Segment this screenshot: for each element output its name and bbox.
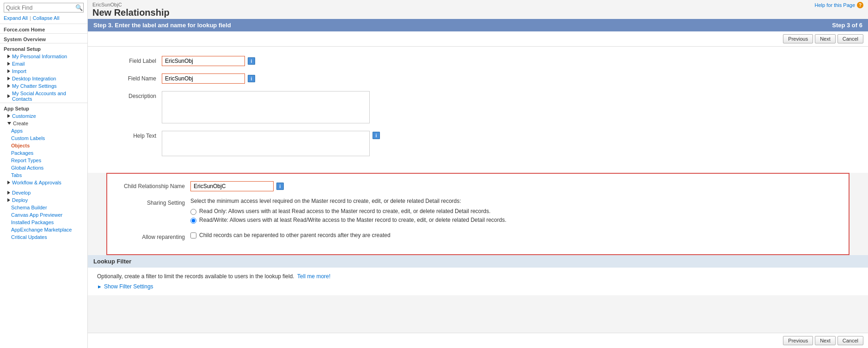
arrow-icon [7,94,10,98]
sidebar-item-apps[interactable]: Apps [0,127,87,134]
allow-reparenting-checkbox[interactable] [190,232,196,238]
sharing-readwrite-option[interactable]: Read/Write: Allows users with at least R… [190,217,839,224]
description-label-text: Description [106,91,162,99]
bottom-cancel-button[interactable]: Cancel [837,336,863,345]
chevron-right-icon: ► [97,284,102,289]
help-text-label: Help Text [106,131,162,139]
field-name-text: Field Name [106,73,162,82]
sharing-readonly-label: Read Only: Allows users with at least Re… [199,208,490,214]
expand-collapse-bar: Expand All | Collapse All [0,15,87,24]
field-label-text: Field Label [106,56,162,64]
sidebar-item-packages[interactable]: Packages [0,149,87,157]
sidebar-item-schema-builder[interactable]: Schema Builder [0,204,87,211]
sidebar-item-tabs[interactable]: Tabs [0,171,87,179]
sidebar-item-email[interactable]: Email [0,60,87,67]
child-rel-name-row: Child Relationship Name i [116,181,839,191]
sidebar-section-personal: Personal Setup [0,43,87,53]
sidebar-item-installed-packages[interactable]: Installed Packages [0,219,87,226]
allow-reparenting-label: Allow reparenting [116,232,190,240]
field-label-control: i [162,56,255,66]
sidebar-item-critical-updates[interactable]: Critical Updates [0,233,87,241]
child-rel-name-input[interactable] [190,181,274,191]
sidebar-item-appexchange[interactable]: AppExchange Marketplace [0,226,87,233]
sidebar-item-create[interactable]: Create [0,120,87,127]
sidebar-item-import[interactable]: Import [0,67,87,75]
lookup-filter-title: Lookup Filter [93,258,131,265]
sidebar-item-social-accounts[interactable]: My Social Accounts and Contacts [0,90,87,103]
search-input[interactable] [6,5,75,11]
field-name-info-icon[interactable]: i [248,75,255,82]
sidebar-item-canvas-app[interactable]: Canvas App Previewer [0,211,87,219]
bottom-button-bar: Previous Next Cancel [88,333,868,348]
sidebar-item-global-actions[interactable]: Global Actions [0,164,87,171]
sharing-desc-text: Select the minimum access level required… [190,198,839,204]
field-label-row: Field Label i [106,56,850,66]
sharing-setting-row: Sharing Setting Select the minimum acces… [116,198,839,226]
top-next-button[interactable]: Next [815,34,836,43]
allow-reparenting-content: Child records can be reparented to other… [190,232,839,238]
collapse-all-link[interactable]: Collapse All [33,15,59,21]
form-area: Field Label i Field Name i Description H… [88,47,868,173]
sidebar-item-desktop-integration[interactable]: Desktop Integration [0,75,87,82]
help-text-row: Help Text i [106,131,850,156]
arrow-icon [7,69,10,73]
sharing-readonly-radio[interactable] [190,209,196,215]
sharing-readwrite-label: Read/Write: Allows users with at least R… [199,217,507,223]
show-filter-settings-link[interactable]: ► Show Filter Settings [97,283,859,290]
field-name-control: i [162,73,255,84]
arrow-icon [7,84,10,88]
arrow-icon [7,181,10,184]
sharing-readwrite-radio[interactable] [190,218,196,224]
arrow-icon [7,191,10,195]
tell-me-more-link[interactable]: Tell me more! [297,273,330,280]
arrow-icon [7,198,10,202]
search-icon: 🔍 [75,4,83,11]
help-text-control: i [162,131,380,156]
sharing-setting-label: Sharing Setting [116,198,190,206]
allow-reparenting-row: Allow reparenting Child records can be r… [116,232,839,240]
sharing-setting-content: Select the minimum access level required… [190,198,839,226]
field-label-info-icon[interactable]: i [248,57,255,65]
sharing-readonly-option[interactable]: Read Only: Allows users with at least Re… [190,208,839,215]
bottom-previous-button[interactable]: Previous [783,336,813,345]
expand-all-link[interactable]: Expand All [4,15,28,21]
step-banner-left: Step 3. Enter the label and name for loo… [93,22,231,29]
allow-reparenting-desc: Child records can be reparented to other… [199,232,391,238]
top-previous-button[interactable]: Previous [783,34,813,43]
sidebar-section-system[interactable]: System Overview [0,33,87,43]
help-link[interactable]: Help for this Page ? [815,2,863,8]
relationship-section: Child Relationship Name i Sharing Settin… [106,173,850,255]
sidebar-section-forcecom[interactable]: Force.com Home [0,24,87,33]
sidebar-item-report-types[interactable]: Report Types [0,157,87,164]
sidebar-item-objects[interactable]: Objects [0,142,87,149]
field-label-input[interactable] [162,56,245,66]
description-input[interactable] [162,91,370,123]
main-content: EricSunObjC New Relationship Help for th… [88,0,868,348]
child-rel-name-control: i [190,181,839,191]
sidebar-item-customize[interactable]: Customize [0,112,87,120]
description-control [162,91,370,123]
sidebar-item-my-personal-information[interactable]: My Personal Information [0,53,87,60]
top-button-bar: Previous Next Cancel [88,31,868,47]
sidebar-item-custom-labels[interactable]: Custom Labels [0,134,87,142]
top-cancel-button[interactable]: Cancel [837,34,863,43]
bottom-next-button[interactable]: Next [815,336,836,345]
sidebar-item-my-chatter-settings[interactable]: My Chatter Settings [0,82,87,90]
lookup-filter-body: Optionally, create a filter to limit the… [88,268,868,295]
sidebar-item-workflow[interactable]: Workflow & Approvals [0,179,87,186]
lookup-filter-description: Optionally, create a filter to limit the… [97,273,859,280]
arrow-down-icon [7,122,11,125]
page-title: New Relationship [92,7,170,18]
sidebar: 🔍 Expand All | Collapse All Force.com Ho… [0,0,88,348]
step-banner-right: Step 3 of 6 [832,22,862,29]
help-text-info-icon[interactable]: i [373,132,380,139]
search-box[interactable]: 🔍 [4,3,84,12]
child-rel-name-info-icon[interactable]: i [276,183,284,190]
help-text-input[interactable] [162,131,370,156]
arrow-icon [7,55,10,58]
sidebar-item-deploy[interactable]: Deploy [0,196,87,204]
sidebar-item-develop[interactable]: Develop [0,189,87,196]
field-name-input[interactable] [162,73,245,84]
field-name-row: Field Name i [106,73,850,84]
arrow-icon [7,62,10,66]
